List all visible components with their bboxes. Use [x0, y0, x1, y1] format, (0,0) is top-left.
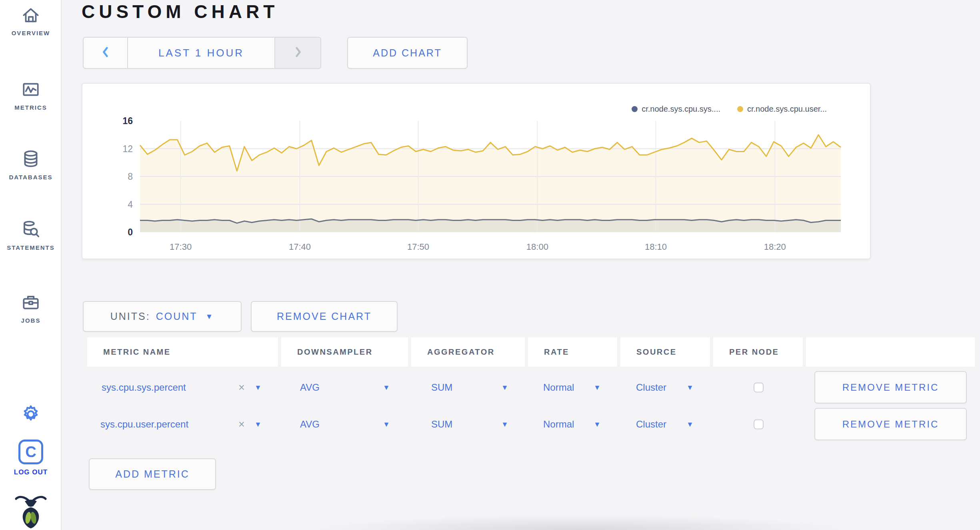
- legend-dot-sys: [632, 106, 638, 112]
- time-prev-button[interactable]: [84, 38, 128, 68]
- table-row: sys.cpu.sys.percent × ▼ AVG ▼ SUM ▼ Norm…: [0, 369, 980, 406]
- sidebar-item-databases[interactable]: DATABASES: [0, 149, 62, 181]
- units-label: UNITS:: [110, 311, 150, 322]
- statements-icon: [0, 219, 62, 239]
- svg-text:18:00: 18:00: [526, 242, 548, 252]
- source-select[interactable]: Cluster: [636, 382, 666, 393]
- col-header-rate: RATE: [528, 337, 617, 367]
- chevron-down-icon[interactable]: ▼: [686, 420, 694, 429]
- clear-metric-icon[interactable]: ×: [238, 381, 245, 394]
- chevron-down-icon[interactable]: ▼: [383, 420, 390, 429]
- downsampler-select[interactable]: AVG: [300, 382, 320, 393]
- sidebar: OVERVIEW METRICS DATABASES: [0, 0, 62, 530]
- units-dropdown[interactable]: UNITS: COUNT ▼: [83, 301, 242, 332]
- sidebar-item-overview[interactable]: OVERVIEW: [0, 5, 62, 36]
- bottom-shadow: [240, 508, 920, 530]
- legend-dot-user: [737, 106, 743, 112]
- cockroach-c-icon: C: [0, 440, 62, 464]
- rate-select[interactable]: Normal: [543, 419, 574, 430]
- legend-item-sys[interactable]: cr.node.sys.cpu.sys....: [632, 104, 720, 114]
- chart-card: 048121617:3017:4017:5018:0018:1018:20 cr…: [82, 83, 871, 259]
- chevron-down-icon[interactable]: ▼: [254, 420, 262, 429]
- col-header-source: SOURCE: [620, 337, 710, 367]
- aggregator-select[interactable]: SUM: [431, 382, 452, 393]
- per-node-checkbox[interactable]: [754, 383, 764, 393]
- legend-label: cr.node.sys.cpu.sys....: [642, 104, 720, 114]
- remove-chart-button[interactable]: REMOVE CHART: [251, 301, 398, 332]
- home-icon: [0, 5, 62, 25]
- chevron-down-icon[interactable]: ▼: [594, 383, 601, 392]
- chevron-down-icon[interactable]: ▼: [686, 383, 694, 392]
- chevron-down-icon[interactable]: ▼: [501, 383, 508, 392]
- sidebar-item-label: JOBS: [0, 317, 62, 324]
- rate-select[interactable]: Normal: [543, 382, 574, 393]
- downsampler-select[interactable]: AVG: [300, 419, 320, 430]
- briefcase-icon: [0, 292, 62, 312]
- svg-text:18:20: 18:20: [764, 242, 786, 252]
- logout-label: LOG OUT: [0, 468, 62, 476]
- cockroach-bug-logo: [0, 493, 62, 528]
- legend-label: cr.node.sys.cpu.user...: [747, 104, 827, 114]
- metrics-icon: [0, 79, 62, 99]
- col-header-metric-name: METRIC NAME: [87, 337, 278, 367]
- chevron-down-icon: ▼: [206, 312, 214, 321]
- svg-text:12: 12: [122, 144, 133, 154]
- time-window-selector: LAST 1 HOUR: [83, 37, 321, 69]
- remove-metric-button[interactable]: REMOVE METRIC: [814, 371, 967, 404]
- add-metric-button[interactable]: ADD METRIC: [89, 458, 216, 490]
- table-row: sys.cpu.user.percent × ▼ AVG ▼ SUM ▼ Nor…: [0, 406, 980, 443]
- chevron-down-icon[interactable]: ▼: [254, 383, 262, 392]
- remove-metric-button[interactable]: REMOVE METRIC: [814, 408, 967, 440]
- svg-text:4: 4: [128, 199, 133, 210]
- time-range-label[interactable]: LAST 1 HOUR: [128, 38, 274, 68]
- database-icon: [0, 149, 62, 169]
- chevron-right-icon: [293, 46, 303, 60]
- sidebar-item-metrics[interactable]: METRICS: [0, 79, 62, 111]
- chart-legend: cr.node.sys.cpu.sys.... cr.node.sys.cpu.…: [632, 104, 827, 114]
- clear-metric-icon[interactable]: ×: [238, 418, 245, 431]
- svg-text:18:10: 18:10: [645, 242, 667, 252]
- chevron-down-icon[interactable]: ▼: [594, 420, 601, 429]
- svg-text:17:30: 17:30: [170, 242, 192, 252]
- col-header-downsampler: DOWNSAMPLER: [281, 337, 408, 367]
- sidebar-item-statements[interactable]: STATEMENTS: [0, 219, 62, 251]
- time-next-button[interactable]: [274, 38, 320, 68]
- add-chart-button[interactable]: ADD CHART: [347, 37, 468, 69]
- sidebar-item-label: METRICS: [0, 104, 62, 111]
- svg-text:17:50: 17:50: [407, 242, 429, 252]
- sidebar-item-label: DATABASES: [0, 174, 62, 181]
- col-header-per-node: PER NODE: [713, 337, 803, 367]
- col-header-aggregator: AGGREGATOR: [411, 337, 525, 367]
- chevron-left-icon: [100, 46, 111, 60]
- svg-text:17:40: 17:40: [289, 242, 311, 252]
- col-header-actions: [806, 337, 975, 367]
- page-title: CUSTOM CHART: [82, 1, 278, 22]
- sidebar-item-label: STATEMENTS: [0, 244, 62, 251]
- source-select[interactable]: Cluster: [636, 419, 666, 430]
- per-node-checkbox[interactable]: [754, 420, 764, 430]
- svg-text:8: 8: [128, 171, 133, 182]
- sidebar-item-jobs[interactable]: JOBS: [0, 292, 62, 324]
- svg-text:0: 0: [128, 227, 133, 237]
- metric-name-dropdown[interactable]: sys.cpu.sys.percent: [102, 382, 186, 393]
- legend-item-user[interactable]: cr.node.sys.cpu.user...: [737, 104, 827, 114]
- metric-name-dropdown[interactable]: sys.cpu.user.percent: [100, 419, 188, 430]
- sidebar-item-label: OVERVIEW: [0, 30, 62, 36]
- chevron-down-icon[interactable]: ▼: [501, 420, 508, 429]
- aggregator-select[interactable]: SUM: [431, 419, 452, 430]
- chevron-down-icon[interactable]: ▼: [383, 383, 390, 392]
- units-value: COUNT: [156, 311, 198, 322]
- svg-text:16: 16: [122, 116, 133, 126]
- custom-chart-page: OVERVIEW METRICS DATABASES: [0, 0, 980, 530]
- sidebar-item-logout[interactable]: C LOG OUT: [0, 440, 62, 476]
